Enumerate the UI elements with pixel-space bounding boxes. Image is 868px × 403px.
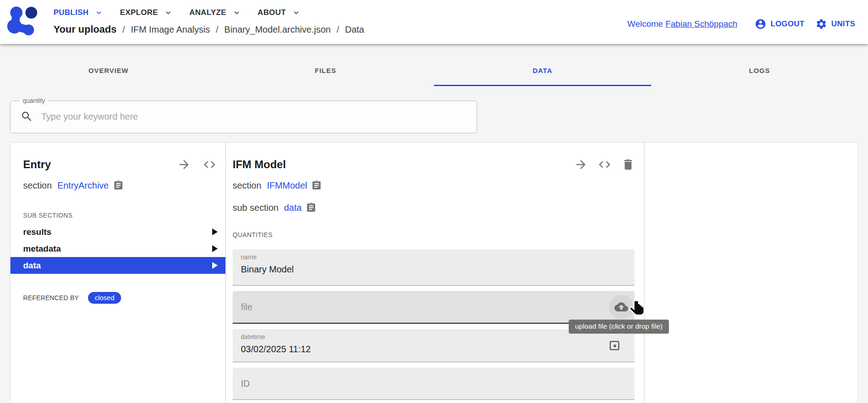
breadcrumb-file-name[interactable]: Binary_Model.archive.json xyxy=(224,24,331,35)
gear-icon xyxy=(815,18,827,30)
triangle-right-icon xyxy=(212,262,218,269)
entry-lane-title: Entry xyxy=(23,156,177,173)
empty-lane xyxy=(644,143,858,403)
id-field[interactable]: ID xyxy=(233,368,634,400)
chevron-down-icon xyxy=(232,8,241,17)
subsections-heading: SUB SECTIONS xyxy=(23,212,225,219)
breadcrumb-separator: / xyxy=(336,24,339,35)
upload-tooltip: upload file (click or drop file) xyxy=(569,320,669,334)
tab-data[interactable]: DATA xyxy=(434,44,651,86)
nav-label: EXPLORE xyxy=(120,8,158,17)
subsection-label: data xyxy=(23,261,41,271)
quantity-search-input[interactable] xyxy=(41,112,449,122)
tab-files[interactable]: FILES xyxy=(217,44,434,86)
triangle-right-icon xyxy=(212,228,218,235)
logout-label: LOGOUT xyxy=(770,19,805,29)
name-field[interactable]: name Binary Model xyxy=(233,249,634,286)
arrow-forward-icon[interactable] xyxy=(574,158,588,171)
field-value: Binary Model xyxy=(241,264,294,275)
nav-item-publish[interactable]: PUBLISH xyxy=(54,8,103,17)
entry-lane: Entry section EntryArchive SUB SECTIONS … xyxy=(10,143,226,403)
section-definition-link[interactable]: IFMModel xyxy=(267,180,307,191)
units-label: UNITS xyxy=(831,19,855,29)
field-value: 03/02/2025 11:12 xyxy=(241,344,311,354)
field-label: ID xyxy=(241,379,250,389)
subsection-item-data[interactable]: data xyxy=(10,257,225,274)
breadcrumb-upload-name[interactable]: IFM Image Analysis xyxy=(131,24,210,35)
breadcrumb-separator: / xyxy=(216,24,219,35)
referenced-by-chip[interactable]: closed xyxy=(88,292,121,304)
code-icon[interactable] xyxy=(203,158,216,171)
tab-label: DATA xyxy=(533,67,552,74)
chevron-down-icon xyxy=(94,8,103,17)
archive-filter-bar: quantity code specific all defined techn… xyxy=(0,86,868,142)
tab-label: LOGS xyxy=(749,67,770,74)
breadcrumb-separator: / xyxy=(122,24,125,35)
subsection-definition-link[interactable]: data xyxy=(284,203,302,213)
cloud-upload-icon xyxy=(614,300,628,314)
referenced-by-label: REFERENCED BY xyxy=(23,294,79,301)
quantity-legend: quantity xyxy=(20,97,48,104)
clipboard-icon[interactable] xyxy=(113,180,124,191)
main-nav: PUBLISH EXPLORE ANALYZE ABOUT xyxy=(54,8,301,17)
nav-label: ABOUT xyxy=(258,8,286,17)
datetime-field[interactable]: datetime 03/02/2025 11:12 xyxy=(233,329,634,362)
quantity-search-fieldset: quantity xyxy=(10,97,477,133)
subsection-label: metadata xyxy=(23,244,61,254)
section-label: section xyxy=(233,180,261,191)
tab-overview[interactable]: OVERVIEW xyxy=(0,44,217,86)
tab-logs[interactable]: LOGS xyxy=(651,44,868,86)
subsection-label: sub section xyxy=(233,203,278,213)
breadcrumb-your-uploads[interactable]: Your uploads xyxy=(54,24,117,35)
quantities-heading: QUANTITIES xyxy=(233,231,644,238)
calendar-icon xyxy=(608,339,621,352)
archive-browser-lanes: Entry section EntryArchive SUB SECTIONS … xyxy=(10,142,858,403)
datetime-picker-button[interactable] xyxy=(608,339,621,352)
section-definition-link[interactable]: EntryArchive xyxy=(57,180,108,191)
file-field[interactable]: file xyxy=(233,291,634,324)
code-icon[interactable] xyxy=(598,158,611,171)
breadcrumb-data[interactable]: Data xyxy=(345,24,364,35)
field-label: name xyxy=(241,253,257,261)
nav-label: PUBLISH xyxy=(54,8,88,17)
nav-item-explore[interactable]: EXPLORE xyxy=(120,8,173,17)
tab-label: FILES xyxy=(315,67,336,74)
units-button[interactable]: UNITS xyxy=(815,18,855,30)
chevron-down-icon xyxy=(164,8,173,17)
tab-label: OVERVIEW xyxy=(88,67,129,74)
triangle-right-icon xyxy=(212,245,218,252)
subsection-item-results[interactable]: results xyxy=(10,223,225,240)
model-lane-title: IFM Model xyxy=(233,156,574,173)
nav-label: ANALYZE xyxy=(189,8,226,17)
nav-item-analyze[interactable]: ANALYZE xyxy=(189,8,241,17)
section-label: section xyxy=(23,180,52,191)
field-label: datetime xyxy=(241,333,265,340)
field-label: file xyxy=(241,302,253,312)
trash-icon[interactable] xyxy=(621,158,635,171)
nomad-logo[interactable] xyxy=(7,6,42,38)
subsection-label: results xyxy=(23,227,51,237)
subsection-item-metadata[interactable]: metadata xyxy=(10,240,225,257)
chevron-down-icon xyxy=(292,8,301,17)
nav-item-about[interactable]: ABOUT xyxy=(258,8,301,17)
logout-button[interactable]: LOGOUT xyxy=(755,18,805,30)
breadcrumb: Your uploads / IFM Image Analysis / Bina… xyxy=(54,24,364,35)
search-icon xyxy=(20,110,33,123)
app-header: PUBLISH EXPLORE ANALYZE ABOUT Your uploa… xyxy=(0,0,868,44)
welcome-prefix: Welcome xyxy=(627,19,663,29)
entry-tabbar: OVERVIEW FILES DATA LOGS xyxy=(0,44,868,86)
arrow-forward-icon[interactable] xyxy=(177,158,191,171)
user-name-link[interactable]: Fabian Schöppach xyxy=(665,19,737,29)
upload-file-button[interactable] xyxy=(609,295,634,319)
account-circle-icon xyxy=(755,18,766,30)
ifm-model-lane: IFM Model section IFMModel sub section d… xyxy=(226,143,644,403)
clipboard-icon[interactable] xyxy=(311,180,322,191)
clipboard-icon[interactable] xyxy=(306,202,317,213)
header-actions: Welcome Fabian Schöppach LOGOUT UNITS xyxy=(627,18,855,30)
welcome-text: Welcome Fabian Schöppach xyxy=(627,19,737,29)
